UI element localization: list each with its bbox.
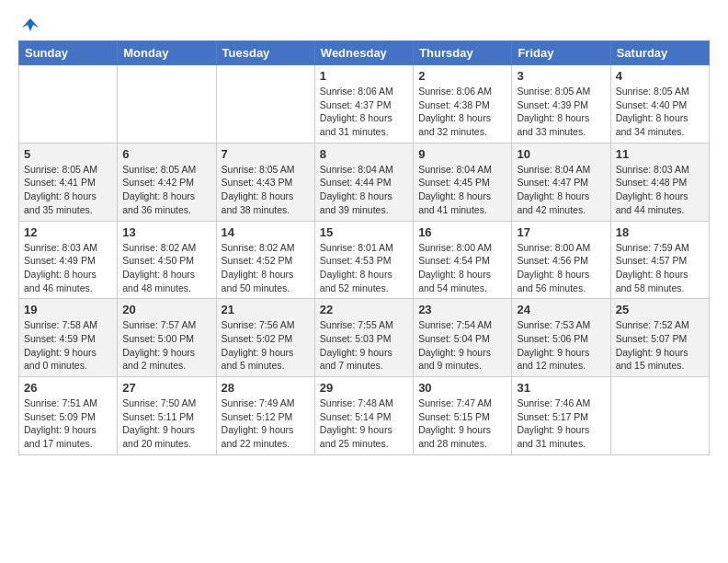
day-info: Sunrise: 8:06 AMSunset: 4:37 PMDaylight:… [320,85,408,139]
day-info: Sunrise: 7:59 AMSunset: 4:57 PMDaylight:… [616,241,704,295]
day-info: Sunrise: 7:49 AMSunset: 5:12 PMDaylight:… [222,396,310,451]
calendar-cell: 10Sunrise: 8:04 AMSunset: 4:47 PMDayligh… [512,143,610,221]
calendar-cell: 4Sunrise: 8:05 AMSunset: 4:40 PMDaylight… [610,65,709,144]
calendar-cell: 26Sunrise: 7:51 AMSunset: 5:09 PMDayligh… [19,377,118,455]
day-info: Sunrise: 7:52 AMSunset: 5:07 PMDaylight:… [616,318,704,373]
calendar-cell: 7Sunrise: 8:05 AMSunset: 4:43 PMDaylight… [216,143,314,221]
day-info: Sunrise: 8:05 AMSunset: 4:42 PMDaylight:… [122,163,210,217]
calendar-cell [216,65,314,144]
calendar-cell: 15Sunrise: 8:01 AMSunset: 4:53 PMDayligh… [314,221,413,299]
day-number: 3 [517,69,605,83]
day-number: 4 [616,69,704,83]
day-info: Sunrise: 8:03 AMSunset: 4:48 PMDaylight:… [616,163,704,217]
day-number: 11 [616,147,704,161]
day-number: 6 [122,147,210,161]
calendar-week-1: 1Sunrise: 8:06 AMSunset: 4:37 PMDaylight… [19,65,710,144]
calendar-cell: 30Sunrise: 7:47 AMSunset: 5:15 PMDayligh… [414,377,512,455]
day-number: 18 [616,225,704,239]
weekday-header-sunday: Sunday [19,41,118,65]
calendar-cell: 18Sunrise: 7:59 AMSunset: 4:57 PMDayligh… [610,221,709,299]
day-number: 16 [418,225,506,239]
calendar-week-5: 26Sunrise: 7:51 AMSunset: 5:09 PMDayligh… [19,377,710,455]
day-number: 15 [320,225,408,239]
calendar-cell: 24Sunrise: 7:53 AMSunset: 5:06 PMDayligh… [512,299,610,377]
day-info: Sunrise: 8:05 AMSunset: 4:40 PMDaylight:… [616,85,704,139]
calendar-cell: 9Sunrise: 8:04 AMSunset: 4:45 PMDaylight… [414,143,512,221]
calendar-cell: 8Sunrise: 8:04 AMSunset: 4:44 PMDaylight… [314,143,413,221]
weekday-header-monday: Monday [118,41,216,65]
calendar-cell: 21Sunrise: 7:56 AMSunset: 5:02 PMDayligh… [216,299,314,377]
weekday-header-thursday: Thursday [414,41,512,65]
day-number: 26 [24,381,112,395]
day-info: Sunrise: 7:57 AMSunset: 5:00 PMDaylight:… [122,318,210,373]
day-info: Sunrise: 8:05 AMSunset: 4:39 PMDaylight:… [517,85,605,139]
logo-wrapper [18,15,42,35]
calendar-cell: 28Sunrise: 7:49 AMSunset: 5:12 PMDayligh… [216,377,314,455]
day-number: 7 [222,147,310,161]
day-number: 24 [517,303,605,316]
day-number: 25 [616,303,704,316]
day-info: Sunrise: 8:06 AMSunset: 4:38 PMDaylight:… [418,85,506,139]
day-info: Sunrise: 7:51 AMSunset: 5:09 PMDaylight:… [24,396,112,451]
day-number: 22 [320,303,408,316]
calendar-cell: 27Sunrise: 7:50 AMSunset: 5:11 PMDayligh… [118,377,216,455]
day-info: Sunrise: 8:02 AMSunset: 4:50 PMDaylight:… [122,241,210,295]
header [18,15,710,31]
day-info: Sunrise: 8:04 AMSunset: 4:44 PMDaylight:… [320,163,408,217]
page: SundayMondayTuesdayWednesdayThursdayFrid… [0,0,728,563]
calendar-cell: 11Sunrise: 8:03 AMSunset: 4:48 PMDayligh… [610,143,709,221]
day-info: Sunrise: 8:00 AMSunset: 4:56 PMDaylight:… [517,241,605,295]
day-info: Sunrise: 7:46 AMSunset: 5:17 PMDaylight:… [517,396,605,451]
day-number: 13 [122,225,210,239]
day-info: Sunrise: 7:47 AMSunset: 5:15 PMDaylight:… [418,396,506,451]
calendar-cell: 23Sunrise: 7:54 AMSunset: 5:04 PMDayligh… [414,299,512,377]
calendar-cell: 1Sunrise: 8:06 AMSunset: 4:37 PMDaylight… [314,65,413,144]
calendar-cell [610,377,709,455]
weekday-header-row: SundayMondayTuesdayWednesdayThursdayFrid… [19,41,710,65]
calendar-week-3: 12Sunrise: 8:03 AMSunset: 4:49 PMDayligh… [19,221,710,299]
day-info: Sunrise: 7:55 AMSunset: 5:03 PMDaylight:… [320,318,408,373]
calendar-cell: 5Sunrise: 8:05 AMSunset: 4:41 PMDaylight… [19,143,118,221]
day-info: Sunrise: 8:05 AMSunset: 4:41 PMDaylight:… [24,163,112,217]
day-number: 5 [24,147,112,161]
calendar-cell: 29Sunrise: 7:48 AMSunset: 5:14 PMDayligh… [314,377,413,455]
calendar-cell [118,65,216,144]
day-number: 30 [418,381,506,395]
day-number: 27 [122,381,210,395]
calendar-cell: 25Sunrise: 7:52 AMSunset: 5:07 PMDayligh… [610,299,709,377]
weekday-header-friday: Friday [512,41,610,65]
calendar-cell [19,65,118,144]
calendar-cell: 12Sunrise: 8:03 AMSunset: 4:49 PMDayligh… [19,221,118,299]
calendar-week-4: 19Sunrise: 7:58 AMSunset: 4:59 PMDayligh… [19,299,710,377]
day-info: Sunrise: 7:48 AMSunset: 5:14 PMDaylight:… [320,396,408,451]
day-number: 28 [222,381,310,395]
calendar-table: SundayMondayTuesdayWednesdayThursdayFrid… [18,40,710,455]
logo-bird-icon [20,15,40,35]
calendar-cell: 2Sunrise: 8:06 AMSunset: 4:38 PMDaylight… [414,65,512,144]
calendar-cell: 17Sunrise: 8:00 AMSunset: 4:56 PMDayligh… [512,221,610,299]
calendar-cell: 13Sunrise: 8:02 AMSunset: 4:50 PMDayligh… [118,221,216,299]
day-info: Sunrise: 8:04 AMSunset: 4:47 PMDaylight:… [517,163,605,217]
weekday-header-tuesday: Tuesday [216,41,314,65]
calendar-cell: 14Sunrise: 8:02 AMSunset: 4:52 PMDayligh… [216,221,314,299]
day-number: 29 [320,381,408,395]
day-number: 9 [418,147,506,161]
day-info: Sunrise: 7:53 AMSunset: 5:06 PMDaylight:… [517,318,605,373]
day-info: Sunrise: 8:03 AMSunset: 4:49 PMDaylight:… [24,241,112,295]
day-number: 17 [517,225,605,239]
day-number: 14 [222,225,310,239]
day-info: Sunrise: 8:05 AMSunset: 4:43 PMDaylight:… [222,163,310,217]
calendar-cell: 3Sunrise: 8:05 AMSunset: 4:39 PMDaylight… [512,65,610,144]
svg-marker-0 [22,18,39,31]
calendar-cell: 22Sunrise: 7:55 AMSunset: 5:03 PMDayligh… [314,299,413,377]
day-info: Sunrise: 7:50 AMSunset: 5:11 PMDaylight:… [122,396,210,451]
day-number: 10 [517,147,605,161]
day-number: 20 [122,303,210,316]
day-number: 21 [222,303,310,316]
day-number: 23 [418,303,506,316]
day-number: 2 [418,69,506,83]
day-info: Sunrise: 8:02 AMSunset: 4:52 PMDaylight:… [222,241,310,295]
day-info: Sunrise: 8:01 AMSunset: 4:53 PMDaylight:… [320,241,408,295]
day-info: Sunrise: 7:54 AMSunset: 5:04 PMDaylight:… [418,318,506,373]
calendar-cell: 31Sunrise: 7:46 AMSunset: 5:17 PMDayligh… [512,377,610,455]
